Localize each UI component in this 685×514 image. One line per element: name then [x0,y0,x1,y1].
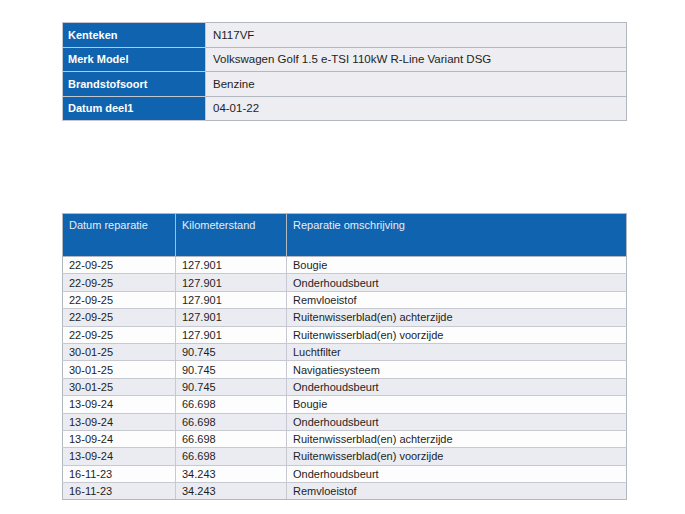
repair-row: 30-01-25 90.745 Luchtfilter [63,343,627,360]
repair-date-cell: 22-09-25 [63,309,176,326]
column-header-reparatie-omschrijving: Reparatie omschrijving [287,214,627,257]
repair-odometer-cell: 90.745 [176,343,287,360]
repair-date-cell: 22-09-25 [63,274,176,291]
repair-description-cell: Onderhoudsbeurt [287,413,627,430]
repair-description-cell: Ruitenwisserblad(en) voorzijde [287,448,627,465]
repair-odometer-cell: 66.698 [176,448,287,465]
repair-row: 13-09-24 66.698 Onderhoudsbeurt [63,413,627,430]
repair-date-cell: 30-01-25 [63,361,176,378]
repair-date-cell: 22-09-25 [63,326,176,343]
repair-description-cell: Luchtfilter [287,343,627,360]
repair-date-cell: 22-09-25 [63,291,176,308]
column-header-datum-reparatie: Datum reparatie [63,214,176,257]
repair-date-cell: 13-09-24 [63,413,176,430]
repair-description-cell: Ruitenwisserblad(en) achterzijde [287,309,627,326]
vehicle-info-row: Datum deel1 04-01-22 [63,96,627,121]
vehicle-field-value: N117VF [206,23,627,48]
vehicle-info-row: Kenteken N117VF [63,23,627,48]
repair-odometer-cell: 66.698 [176,413,287,430]
repair-odometer-cell: 127.901 [176,257,287,274]
repair-row: 22-09-25 127.901 Ruitenwisserblad(en) vo… [63,326,627,343]
vehicle-field-value: Volkswagen Golf 1.5 e-TSI 110kW R-Line V… [206,47,627,72]
vehicle-info-row: Brandstofsoort Benzine [63,72,627,97]
repair-row: 13-09-24 66.698 Ruitenwisserblad(en) ach… [63,430,627,447]
repair-table-header: Datum reparatie Kilometerstand Reparatie… [63,214,627,257]
repair-odometer-cell: 34.243 [176,465,287,482]
repair-odometer-cell: 127.901 [176,326,287,343]
repair-date-cell: 13-09-24 [63,396,176,413]
repair-header-row: Datum reparatie Kilometerstand Reparatie… [63,214,627,257]
column-header-kilometerstand: Kilometerstand [176,214,287,257]
repair-odometer-cell: 90.745 [176,361,287,378]
vehicle-field-label: Merk Model [63,47,206,72]
vehicle-info-body: Kenteken N117VF Merk Model Volkswagen Go… [63,23,627,121]
vehicle-field-label: Kenteken [63,23,206,48]
repair-date-cell: 30-01-25 [63,343,176,360]
vehicle-info-row: Merk Model Volkswagen Golf 1.5 e-TSI 110… [63,47,627,72]
repair-date-cell: 13-09-24 [63,430,176,447]
repair-date-cell: 30-01-25 [63,378,176,395]
repair-odometer-cell: 34.243 [176,483,287,500]
repair-odometer-cell: 127.901 [176,309,287,326]
repair-date-cell: 16-11-23 [63,465,176,482]
repair-description-cell: Onderhoudsbeurt [287,378,627,395]
repair-row: 22-09-25 127.901 Ruitenwisserblad(en) ac… [63,309,627,326]
repair-odometer-cell: 66.698 [176,430,287,447]
repair-description-cell: Bougie [287,257,627,274]
repair-description-cell: Onderhoudsbeurt [287,274,627,291]
repair-date-cell: 22-09-25 [63,257,176,274]
repair-row: 13-09-24 66.698 Bougie [63,396,627,413]
repair-description-cell: Bougie [287,396,627,413]
repair-description-cell: Navigatiesysteem [287,361,627,378]
repair-row: 13-09-24 66.698 Ruitenwisserblad(en) voo… [63,448,627,465]
repair-history-table: Datum reparatie Kilometerstand Reparatie… [62,213,627,500]
repair-row: 22-09-25 127.901 Onderhoudsbeurt [63,274,627,291]
repair-row: 30-01-25 90.745 Onderhoudsbeurt [63,378,627,395]
repair-description-cell: Ruitenwisserblad(en) achterzijde [287,430,627,447]
repair-description-cell: Ruitenwisserblad(en) voorzijde [287,326,627,343]
repair-description-cell: Remvloeistof [287,483,627,500]
repair-row: 16-11-23 34.243 Remvloeistof [63,483,627,500]
repair-row: 30-01-25 90.745 Navigatiesysteem [63,361,627,378]
repair-odometer-cell: 127.901 [176,291,287,308]
repair-table-body: 22-09-25 127.901 Bougie 22-09-25 127.901… [63,257,627,500]
repair-odometer-cell: 127.901 [176,274,287,291]
vehicle-field-value: Benzine [206,72,627,97]
repair-row: 16-11-23 34.243 Onderhoudsbeurt [63,465,627,482]
repair-odometer-cell: 66.698 [176,396,287,413]
repair-description-cell: Onderhoudsbeurt [287,465,627,482]
repair-date-cell: 16-11-23 [63,483,176,500]
vehicle-field-label: Brandstofsoort [63,72,206,97]
vehicle-field-value: 04-01-22 [206,96,627,121]
vehicle-info-table: Kenteken N117VF Merk Model Volkswagen Go… [62,22,627,121]
repair-description-cell: Remvloeistof [287,291,627,308]
repair-odometer-cell: 90.745 [176,378,287,395]
repair-row: 22-09-25 127.901 Bougie [63,257,627,274]
repair-date-cell: 13-09-24 [63,448,176,465]
vehicle-field-label: Datum deel1 [63,96,206,121]
repair-row: 22-09-25 127.901 Remvloeistof [63,291,627,308]
